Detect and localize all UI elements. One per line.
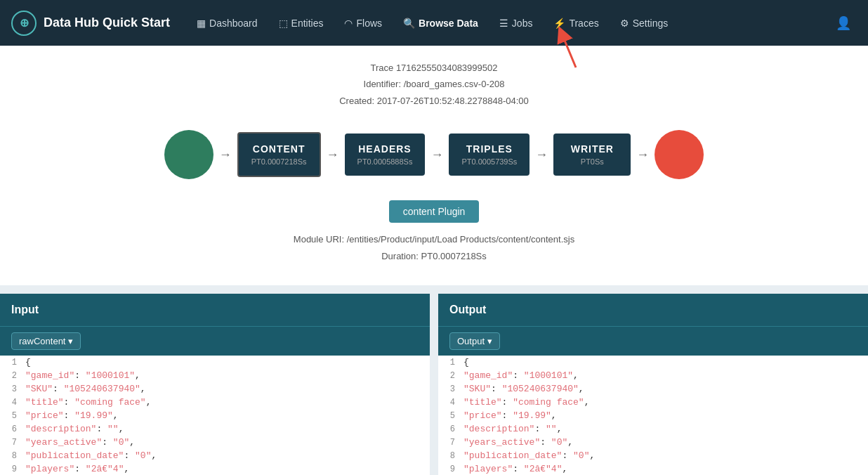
plugin-duration: Duration: PT0.0007218Ss — [14, 248, 854, 264]
io-panels: Input rawContent ▾ 1{2"game_id": "100010… — [0, 294, 868, 475]
code-line: 7"years_active": "0", — [438, 436, 868, 449]
nav-dashboard-label: Dashboard — [209, 18, 258, 29]
output-dropdown[interactable]: Output ▾ — [449, 332, 500, 350]
flows-icon: ◠ — [344, 18, 353, 29]
triples-time: PT0.0005739Ss — [461, 157, 517, 166]
trace-id: Trace 171625550340839995​02 — [14, 60, 854, 76]
plugin-module: Module URI: /entities/Product/input/Load… — [14, 231, 854, 247]
writer-time: PT0Ss — [566, 157, 618, 166]
nav-settings[interactable]: ⚙ Settings — [612, 12, 677, 34]
nav-dashboard[interactable]: ▦ Dashboard — [188, 12, 266, 34]
jobs-icon: ☰ — [499, 18, 508, 29]
arrow-5: → — [636, 148, 649, 162]
pipeline-step-triples[interactable]: TRIPLES PT0.0005739Ss — [449, 134, 530, 176]
triples-label: TRIPLES — [461, 143, 517, 155]
trace-identifier: Identifier: /board_games.csv-0-208 — [14, 76, 854, 92]
code-line: 1{ — [0, 356, 430, 369]
code-line: 9"players": "2â€"4", — [438, 462, 868, 475]
nav-jobs[interactable]: ☰ Jobs — [491, 12, 541, 34]
pipeline-step-headers[interactable]: HEADERS PT0.0005888Ss — [345, 134, 426, 176]
arrow-3: → — [430, 148, 443, 162]
content-time: PT0.0007218Ss — [251, 157, 307, 166]
headers-time: PT0.0005888Ss — [357, 157, 413, 166]
navbar: ⊕ Data Hub Quick Start ▦ Dashboard ⬚ Ent… — [0, 0, 868, 46]
trace-container: Trace 171625550340839995​02 Identifier: … — [0, 46, 868, 285]
code-line: 7"years_active": "0", — [0, 436, 430, 449]
code-line: 4"title": "coming face", — [0, 396, 430, 409]
raw-content-dropdown[interactable]: rawContent ▾ — [11, 332, 81, 350]
pipeline: → CONTENT PT0.0007218Ss → HEADERS PT0.00… — [14, 123, 854, 193]
input-dropdown-bar: rawContent ▾ — [0, 326, 430, 356]
nav-traces-label: Traces — [569, 18, 598, 29]
nav-entities[interactable]: ⬚ Entities — [270, 12, 332, 34]
arrow-1: → — [219, 148, 232, 162]
code-line: 6"description": "", — [0, 422, 430, 436]
plugin-button[interactable]: content Plugin — [389, 200, 480, 223]
arrow-4: → — [535, 148, 548, 162]
code-line: 2"game_id": "1000101", — [438, 369, 868, 382]
writer-label: WRITER — [566, 143, 618, 155]
code-line: 6"description": "", — [438, 422, 868, 436]
pipeline-step-content[interactable]: CONTENT PT0.0007218Ss — [237, 132, 321, 177]
code-line: 3"SKU": "105240637940", — [0, 382, 430, 396]
code-line: 3"SKU": "105240637940", — [438, 382, 868, 396]
code-line: 5"price": "19.99", — [438, 409, 868, 422]
nav-flows[interactable]: ◠ Flows — [336, 12, 390, 34]
arrow-2: → — [327, 148, 339, 162]
code-line: 5"price": "19.99", — [0, 409, 430, 422]
settings-icon: ⚙ — [620, 18, 629, 29]
input-panel: Input rawContent ▾ 1{2"game_id": "100010… — [0, 294, 430, 475]
app-title: Data Hub Quick Start — [44, 15, 170, 30]
code-line: 1{ — [438, 356, 868, 369]
code-line: 4"title": "coming face", — [438, 396, 868, 409]
nav-entities-label: Entities — [291, 18, 324, 29]
output-panel: Output Output ▾ 1{2"game_id": "1000101",… — [438, 294, 868, 475]
nav-traces[interactable]: ⚡ Traces — [545, 12, 607, 34]
browse-data-icon: 🔍 — [403, 18, 415, 29]
trace-created: Created: 2017-07-26T10:52:48.2278848-04:… — [14, 93, 854, 109]
content-label: CONTENT — [251, 143, 307, 155]
traces-icon: ⚡ — [553, 18, 565, 29]
user-icon[interactable]: 👤 — [830, 10, 857, 37]
entities-icon: ⬚ — [279, 18, 288, 29]
headers-label: HEADERS — [357, 143, 413, 155]
pipeline-start-circle — [164, 130, 213, 179]
output-dropdown-bar: Output ▾ — [438, 326, 868, 356]
nav-jobs-label: Jobs — [512, 18, 533, 29]
app-logo: ⊕ — [11, 11, 37, 36]
output-panel-header: Output — [438, 294, 868, 326]
input-code: 1{2"game_id": "1000101",3"SKU": "1052406… — [0, 356, 430, 475]
code-line: 8"publication_date": "0", — [0, 449, 430, 462]
nav-settings-label: Settings — [633, 18, 669, 29]
output-code: 1{2"game_id": "1000101",3"SKU": "1052406… — [438, 356, 868, 475]
app-brand: ⊕ Data Hub Quick Start — [11, 11, 170, 36]
code-line: 2"game_id": "1000101", — [0, 369, 430, 382]
nav-flows-label: Flows — [356, 18, 382, 29]
nav-browse-data[interactable]: 🔍 Browse Data — [395, 12, 487, 34]
dashboard-icon: ▦ — [197, 18, 206, 29]
nav-browse-data-label: Browse Data — [419, 18, 478, 29]
pipeline-step-writer[interactable]: WRITER PT0Ss — [553, 134, 631, 176]
code-line: 9"players": "2â€"4", — [0, 462, 430, 475]
code-line: 8"publication_date": "0", — [438, 449, 868, 462]
input-panel-header: Input — [0, 294, 430, 326]
plugin-info: content Plugin Module URI: /entities/Pro… — [14, 193, 854, 271]
pipeline-end-circle — [655, 130, 704, 179]
trace-info: Trace 171625550340839995​02 Identifier: … — [14, 60, 854, 109]
